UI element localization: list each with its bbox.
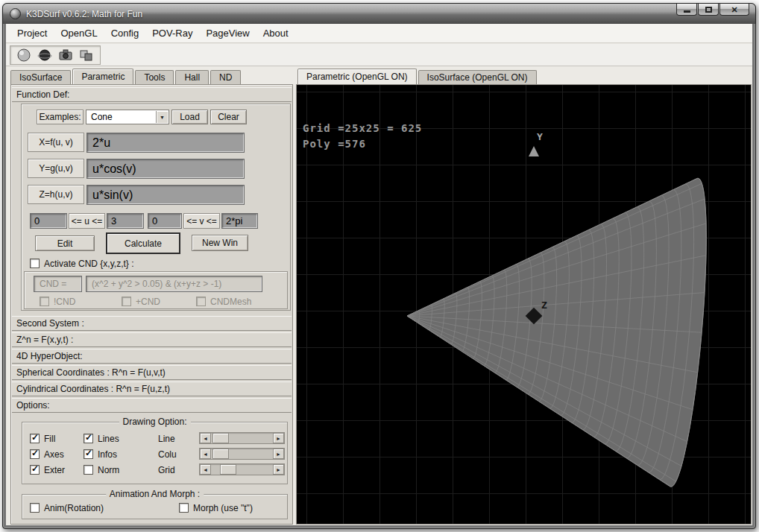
- scroll-thumb[interactable]: [212, 449, 229, 459]
- cone-surface[interactable]: [297, 85, 752, 525]
- scroll-thumb[interactable]: [212, 433, 229, 443]
- column-scrollbar[interactable]: ◄ ►: [199, 448, 285, 460]
- scroll-thumb[interactable]: [220, 464, 236, 475]
- povray-render-icon[interactable]: [78, 47, 95, 63]
- not-cnd-checkbox: [40, 297, 49, 306]
- tab-hall[interactable]: Hall: [175, 70, 209, 84]
- title-bar[interactable]: K3DSurf v0.6.2: Math for Fun ✕: [3, 4, 755, 24]
- minimize-icon: [684, 10, 690, 13]
- tab-nd[interactable]: ND: [210, 70, 241, 84]
- minimize-button[interactable]: [676, 4, 697, 16]
- calculate-button[interactable]: Calculate: [106, 232, 180, 254]
- morph-label: Morph (use "t"): [193, 503, 253, 513]
- view-tab-parametric[interactable]: Parametric (OpenGL ON): [297, 69, 417, 84]
- menu-povray[interactable]: POV-Ray: [145, 24, 199, 42]
- scroll-right-icon[interactable]: ►: [273, 464, 284, 475]
- scroll-left-icon[interactable]: ◄: [200, 449, 211, 459]
- z-function-field[interactable]: u*sin(v): [86, 185, 245, 205]
- axes-label: Axes: [44, 449, 64, 460]
- examples-selected-value: Cone: [91, 112, 113, 122]
- clear-button[interactable]: Clear: [210, 110, 247, 124]
- tab-tools[interactable]: Tools: [135, 70, 174, 84]
- scroll-left-icon[interactable]: ◄: [200, 464, 211, 475]
- section-function-def[interactable]: Function Def:: [12, 87, 292, 102]
- plus-cnd-label: +CND: [136, 297, 160, 307]
- activate-cnd-label: Activate CND {x,y,z,t} :: [44, 259, 133, 269]
- section-options[interactable]: Options:: [12, 398, 292, 413]
- u-min-field[interactable]: 0: [30, 213, 67, 229]
- opengl-sphere-icon[interactable]: [36, 47, 54, 63]
- x-function-field[interactable]: 2*u: [86, 133, 245, 153]
- surface-icon[interactable]: [15, 47, 33, 63]
- load-button[interactable]: Load: [171, 110, 208, 124]
- close-icon: ✕: [731, 6, 737, 13]
- v-max-field[interactable]: 2*pi: [221, 213, 258, 229]
- tab-parametric[interactable]: Parametric: [72, 69, 133, 84]
- cnd-expression-field: (x^2 + y^2 > 0.05) & (x+y+z > -1): [86, 276, 262, 292]
- infos-label: Infos: [98, 449, 117, 460]
- toolbar-group: [10, 45, 101, 65]
- norm-label: Norm: [98, 465, 119, 475]
- exter-label: Exter: [44, 465, 65, 475]
- y-function-field[interactable]: u*cos(v): [86, 159, 245, 179]
- parametric-panel: Function Def: Examples: Cone ▼ Load Clea…: [10, 84, 293, 525]
- scroll-right-icon[interactable]: ►: [273, 449, 284, 459]
- new-win-button[interactable]: New Win: [192, 235, 248, 251]
- view-tab-isosurface[interactable]: IsoSurface (OpenGL ON): [418, 70, 537, 84]
- u-max-field[interactable]: 3: [107, 213, 144, 229]
- section-cylindrical[interactable]: Cylindrical Coordinates : R^n = F(u,z,t): [12, 381, 292, 396]
- fill-checkbox[interactable]: [30, 434, 40, 443]
- animation-title: Animation And Morph :: [106, 489, 204, 499]
- menu-bar: Project OpenGL Config POV-Ray PageView A…: [6, 24, 752, 43]
- maximize-button[interactable]: [698, 4, 719, 16]
- anim-rotation-label: Anim(Rotation): [44, 503, 104, 513]
- scroll-left-icon[interactable]: ◄: [200, 433, 211, 443]
- norm-checkbox[interactable]: [84, 465, 93, 475]
- drawing-options-group: Drawing Option: Fill Lines Line ◄ ► Axes: [22, 422, 288, 484]
- close-button[interactable]: ✕: [719, 4, 749, 16]
- section-zn[interactable]: Z^n = F(x,y,t) :: [12, 332, 292, 347]
- y-axis-label: Y: [537, 131, 543, 142]
- axes-checkbox[interactable]: [30, 449, 40, 459]
- animation-group: Animation And Morph : Anim(Rotation) Mor…: [22, 494, 288, 519]
- z-axis-label: Z: [541, 300, 547, 311]
- fill-label: Fill: [44, 434, 55, 444]
- chevron-down-icon[interactable]: ▼: [156, 111, 168, 123]
- menu-pageview[interactable]: PageView: [199, 24, 256, 42]
- morph-checkbox[interactable]: [179, 503, 189, 513]
- drawing-options-title: Drawing Option:: [119, 417, 190, 427]
- tab-isosurface[interactable]: IsoSurface: [10, 70, 71, 84]
- edit-button[interactable]: Edit: [35, 235, 95, 251]
- function-def-group: Examples: Cone ▼ Load Clear X=f(u, v) 2*…: [21, 104, 291, 311]
- menu-config[interactable]: Config: [104, 24, 146, 42]
- menu-project[interactable]: Project: [10, 24, 54, 42]
- exter-checkbox[interactable]: [30, 465, 40, 475]
- infos-checkbox[interactable]: [84, 449, 93, 459]
- menu-opengl[interactable]: OpenGL: [54, 24, 104, 42]
- client-area: Project OpenGL Config POV-Ray PageView A…: [6, 24, 752, 525]
- tool-bar: [6, 44, 752, 66]
- menu-about[interactable]: About: [256, 24, 295, 42]
- line-slider-label: Line: [158, 434, 175, 444]
- cnd-group: CND = (x^2 + y^2 > 0.05) & (x+y+z > -1) …: [24, 271, 288, 309]
- section-second-system[interactable]: Second System :: [12, 316, 292, 331]
- v-range-label: <= v <=: [183, 213, 220, 229]
- window-controls: ✕: [675, 4, 749, 16]
- plus-cnd-checkbox: [122, 297, 131, 306]
- grid-scrollbar[interactable]: ◄ ►: [199, 463, 285, 475]
- maximize-icon: [705, 7, 712, 13]
- examples-combobox[interactable]: Cone ▼: [86, 110, 169, 124]
- lines-checkbox[interactable]: [84, 434, 93, 443]
- scroll-right-icon[interactable]: ►: [273, 433, 284, 443]
- line-width-scrollbar[interactable]: ◄ ►: [199, 432, 285, 444]
- left-tab-bar: IsoSurface Parametric Tools Hall ND: [10, 69, 242, 84]
- anim-rotation-checkbox[interactable]: [30, 503, 40, 513]
- activate-cnd-checkbox[interactable]: [30, 259, 40, 268]
- section-4d-hyperobject[interactable]: 4D HyperObject:: [12, 349, 292, 364]
- opengl-viewport[interactable]: Grid =25x25 = 625 Poly =576 Y Z: [296, 84, 752, 525]
- app-window: K3DSurf v0.6.2: Math for Fun ✕ Project O…: [2, 3, 756, 529]
- section-spherical[interactable]: Spherical Coordinates : R^n = F(u,v,t): [12, 365, 292, 380]
- v-min-field[interactable]: 0: [148, 213, 182, 229]
- cnd-mesh-checkbox: [196, 297, 206, 306]
- camera-icon[interactable]: [57, 47, 75, 63]
